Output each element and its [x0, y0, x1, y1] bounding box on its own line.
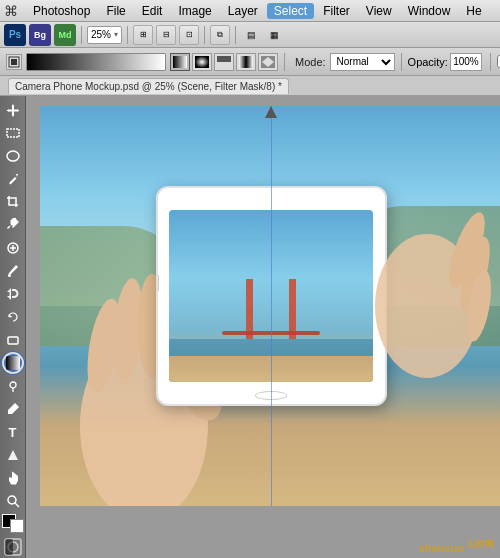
- canvas-area[interactable]: shancun 山村网: [26, 96, 500, 558]
- watermark-subtext: 山村网: [467, 539, 494, 549]
- svg-point-14: [10, 382, 16, 388]
- svg-rect-6: [239, 56, 253, 68]
- tool-dodge[interactable]: [2, 375, 24, 397]
- zoom-dropdown[interactable]: 25% ▾: [87, 26, 122, 44]
- sep2: [127, 26, 128, 44]
- arrange-btn[interactable]: ⧉: [210, 25, 230, 45]
- svg-line-17: [15, 503, 19, 507]
- tool-zoom[interactable]: [2, 490, 24, 512]
- menu-layer[interactable]: Layer: [221, 3, 265, 19]
- angle-gradient-btn[interactable]: [214, 53, 234, 71]
- tool-marquee[interactable]: [2, 122, 24, 144]
- tool-brush[interactable]: [2, 260, 24, 282]
- bg-badge: Bg: [29, 24, 51, 46]
- tool-lasso[interactable]: [2, 145, 24, 167]
- document-canvas: [40, 106, 500, 506]
- extra-btn1[interactable]: ▤: [241, 25, 261, 45]
- ps-logo-badge: Ps: [4, 24, 26, 46]
- menu-select[interactable]: Select: [267, 3, 314, 19]
- extra-btn2[interactable]: ▦: [264, 25, 284, 45]
- sep-mode: [284, 53, 285, 71]
- zoom-arrow: ▾: [114, 30, 118, 39]
- diamond-gradient-btn[interactable]: [258, 53, 278, 71]
- menu-image[interactable]: Image: [171, 3, 218, 19]
- menu-view[interactable]: View: [359, 3, 399, 19]
- opacity-input[interactable]: [450, 53, 482, 71]
- svg-rect-4: [217, 56, 231, 62]
- gradient-preview[interactable]: [26, 53, 166, 71]
- menu-file[interactable]: File: [99, 3, 132, 19]
- color-swatches[interactable]: [2, 514, 24, 533]
- menu-help[interactable]: He: [459, 3, 488, 19]
- reflected-gradient-btn[interactable]: [236, 53, 256, 71]
- sep1: [81, 26, 82, 44]
- svg-rect-20: [5, 539, 13, 555]
- tool-eraser[interactable]: [2, 329, 24, 351]
- sep3: [204, 26, 205, 44]
- sep-opacity: [401, 53, 402, 71]
- apple-menu[interactable]: ⌘: [4, 3, 18, 19]
- main-area: T: [0, 96, 500, 558]
- opacity-label: Opacity:: [408, 56, 448, 68]
- menu-edit[interactable]: Edit: [135, 3, 170, 19]
- quick-mask-btn[interactable]: [2, 538, 24, 557]
- md-badge: Md: [54, 24, 76, 46]
- tool-magic-wand[interactable]: [2, 168, 24, 190]
- tool-gradient[interactable]: [2, 352, 24, 374]
- view-mode-btn3[interactable]: ⊡: [179, 25, 199, 45]
- svg-rect-13: [6, 356, 20, 370]
- svg-rect-3: [195, 56, 209, 68]
- watermark: shancun 山村网: [419, 538, 494, 554]
- watermark-text: shancun: [419, 542, 464, 554]
- svg-point-16: [8, 496, 16, 504]
- svg-rect-9: [7, 129, 19, 137]
- gradient-type-buttons: [170, 53, 278, 71]
- tool-pen[interactable]: [2, 398, 24, 420]
- tool-hand[interactable]: [2, 467, 24, 489]
- tool-spot-heal[interactable]: [2, 237, 24, 259]
- toolbar: T: [0, 96, 26, 558]
- svg-rect-2: [173, 56, 187, 68]
- options-bar-1: Ps Bg Md 25% ▾ ⊞ ⊟ ⊡ ⧉ ▤ ▦: [0, 22, 500, 48]
- view-mode-btn2[interactable]: ⊟: [156, 25, 176, 45]
- svg-rect-12: [8, 337, 18, 344]
- doc-tab-label[interactable]: Camera Phone Mockup.psd @ 25% (Scene, Fi…: [8, 78, 289, 94]
- tool-crop[interactable]: [2, 191, 24, 213]
- opacity-field: Opacity:: [408, 53, 484, 71]
- view-mode-btn1[interactable]: ⊞: [133, 25, 153, 45]
- sep-reverse: [490, 53, 491, 71]
- menu-window[interactable]: Window: [401, 3, 458, 19]
- menu-bar: ⌘ Photoshop File Edit Image Layer Select…: [0, 0, 500, 22]
- sep4: [235, 26, 236, 44]
- tool-move[interactable]: [2, 99, 24, 121]
- tool-type[interactable]: T: [2, 421, 24, 443]
- radial-gradient-btn[interactable]: [192, 53, 212, 71]
- options-bar-2: Mode: Normal Multiply Screen Overlay Opa…: [0, 48, 500, 76]
- background-color[interactable]: [10, 519, 24, 533]
- linear-gradient-btn[interactable]: [170, 53, 190, 71]
- svg-point-11: [8, 274, 11, 277]
- mode-label: Mode:: [295, 56, 326, 68]
- menu-filter[interactable]: Filter: [316, 3, 357, 19]
- phone-mockup: [156, 186, 387, 406]
- tool-path-selection[interactable]: [2, 444, 24, 466]
- svg-rect-1: [11, 59, 17, 65]
- tool-eyedropper[interactable]: [2, 214, 24, 236]
- tool-options-icon: [6, 54, 22, 70]
- svg-rect-5: [217, 62, 231, 68]
- menu-photoshop[interactable]: Photoshop: [26, 3, 97, 19]
- zoom-value: 25%: [91, 29, 111, 40]
- document-tab: Camera Phone Mockup.psd @ 25% (Scene, Fi…: [0, 76, 500, 96]
- mode-select[interactable]: Normal Multiply Screen Overlay: [330, 53, 395, 71]
- right-hand: [363, 186, 500, 426]
- tool-clone-stamp[interactable]: [2, 283, 24, 305]
- tool-history-brush[interactable]: [2, 306, 24, 328]
